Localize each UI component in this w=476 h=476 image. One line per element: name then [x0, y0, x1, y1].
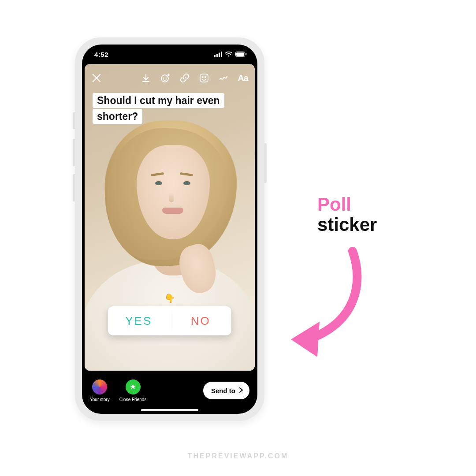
svg-point-8: [161, 75, 168, 82]
wifi-icon: [225, 51, 233, 58]
phone-side-button: [73, 174, 75, 201]
arrow-icon: [282, 247, 379, 361]
svg-rect-7: [245, 53, 246, 55]
text-icon[interactable]: Aa: [237, 72, 249, 84]
svg-rect-2: [219, 52, 220, 57]
story-share-bar: Your story ★ Close Friends Send to: [82, 373, 257, 408]
svg-rect-6: [236, 52, 244, 56]
signal-icon: [214, 51, 222, 58]
emoji-hand-pointing-down: 👇: [164, 293, 175, 304]
callout-line2: sticker: [317, 214, 377, 235]
close-friends-button[interactable]: ★ Close Friends: [119, 379, 147, 402]
phone-frame: 4:52: [75, 37, 264, 421]
star-icon: ★: [126, 379, 141, 394]
chevron-right-icon: [238, 387, 244, 394]
sticker-icon[interactable]: [198, 72, 210, 84]
poll-option-yes[interactable]: YES: [108, 306, 170, 335]
your-story-button[interactable]: Your story: [90, 379, 110, 402]
sparkle-face-icon[interactable]: [160, 72, 171, 84]
svg-rect-0: [214, 55, 216, 57]
gradient-ring-icon: [92, 379, 107, 394]
svg-point-13: [205, 77, 206, 78]
battery-icon: [235, 51, 247, 58]
send-to-button[interactable]: Send to: [203, 382, 249, 399]
callout-line1: Poll: [317, 194, 377, 215]
status-icons: [214, 51, 247, 58]
your-story-label: Your story: [90, 397, 110, 402]
poll-sticker[interactable]: YES NO: [108, 306, 231, 335]
home-indicator: [141, 409, 198, 411]
svg-rect-11: [200, 74, 208, 82]
squiggle-icon[interactable]: [218, 72, 229, 84]
phone-side-button: [73, 112, 75, 129]
callout: Poll sticker: [317, 194, 377, 235]
watermark: THEPREVIEWAPP.COM: [188, 452, 289, 460]
svg-rect-3: [221, 52, 222, 57]
status-time: 4:52: [94, 51, 108, 58]
poll-option-no[interactable]: NO: [170, 306, 232, 335]
svg-point-9: [163, 78, 164, 78]
svg-point-10: [166, 78, 166, 78]
phone-side-button: [73, 139, 75, 166]
story-text-content: Should I cut my hair even shorter?: [93, 93, 224, 124]
close-friends-label: Close Friends: [119, 397, 147, 402]
svg-point-12: [202, 77, 203, 78]
download-icon[interactable]: [140, 72, 152, 84]
phone-notch: [130, 45, 209, 58]
story-text-sticker[interactable]: Should I cut my hair even shorter?: [93, 93, 225, 124]
story-canvas[interactable]: Aa Should I cut my hair even shorter? 👇 …: [85, 64, 255, 371]
phone-screen: 4:52: [82, 45, 257, 414]
story-editor-toolbar: Aa: [85, 67, 255, 89]
close-icon[interactable]: [91, 72, 102, 84]
text-icon-label: Aa: [238, 73, 248, 83]
send-to-label: Send to: [211, 387, 235, 394]
phone-side-button: [264, 143, 267, 183]
svg-point-4: [228, 55, 229, 56]
link-icon[interactable]: [179, 72, 190, 84]
svg-rect-1: [216, 54, 218, 57]
